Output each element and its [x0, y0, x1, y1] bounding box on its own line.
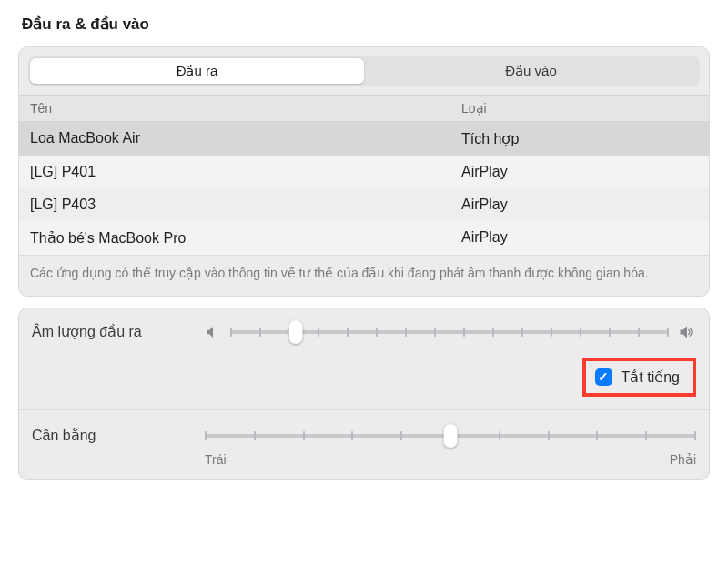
page-title: Đầu ra & đầu vào	[22, 15, 710, 34]
output-volume-thumb[interactable]	[289, 320, 303, 344]
table-row[interactable]: Thảo bé's MacBook Pro AirPlay	[19, 221, 709, 255]
device-name: Thảo bé's MacBook Pro	[30, 229, 461, 247]
table-header: Tên Loại	[19, 95, 709, 122]
balance-sublabels: Trái Phải	[192, 452, 709, 479]
output-volume-slider[interactable]	[230, 319, 669, 345]
devices-panel: Đầu ra Đầu vào Tên Loại Loa MacBook Air …	[18, 46, 710, 297]
spatial-audio-note: Các ứng dụng có thể truy cập vào thông t…	[19, 255, 709, 296]
mute-highlight-box: ✓ Tắt tiếng	[582, 358, 696, 397]
device-type: Tích hợp	[461, 130, 698, 147]
balance-slider[interactable]	[205, 423, 696, 449]
table-row[interactable]: [LG] P403 AirPlay	[19, 188, 709, 221]
balance-thumb[interactable]	[444, 424, 458, 448]
output-volume-row: Âm lượng đầu ra	[19, 308, 709, 352]
io-segmented-control: Đầu ra Đầu vào	[28, 56, 700, 86]
devices-table: Tên Loại Loa MacBook Air Tích hợp [LG] P…	[19, 95, 709, 255]
speaker-low-icon	[205, 324, 221, 340]
device-type: AirPlay	[461, 164, 698, 180]
device-name: Loa MacBook Air	[30, 130, 461, 147]
balance-right-label: Phải	[670, 452, 696, 467]
device-type: AirPlay	[461, 197, 698, 213]
mute-label: Tắt tiếng	[622, 368, 680, 386]
balance-row: Cân bằng	[19, 410, 709, 456]
device-type: AirPlay	[461, 229, 698, 247]
balance-left-label: Trái	[205, 452, 227, 467]
speaker-high-icon	[678, 323, 696, 341]
mute-row: ✓ Tắt tiếng	[19, 352, 709, 410]
audio-controls-panel: Âm lượng đầu ra	[18, 308, 710, 480]
table-row[interactable]: Loa MacBook Air Tích hợp	[19, 122, 709, 156]
device-name: [LG] P401	[30, 164, 461, 180]
output-volume-label: Âm lượng đầu ra	[32, 323, 205, 340]
table-row[interactable]: [LG] P401 AirPlay	[19, 156, 709, 188]
mute-checkbox[interactable]: ✓	[595, 368, 612, 386]
device-name: [LG] P403	[30, 197, 461, 213]
tab-output[interactable]: Đầu ra	[30, 58, 364, 84]
column-type-header: Loại	[461, 101, 698, 116]
tab-input[interactable]: Đầu vào	[364, 58, 698, 84]
check-icon: ✓	[598, 369, 609, 384]
column-name-header: Tên	[30, 101, 461, 116]
balance-label: Cân bằng	[32, 427, 205, 444]
